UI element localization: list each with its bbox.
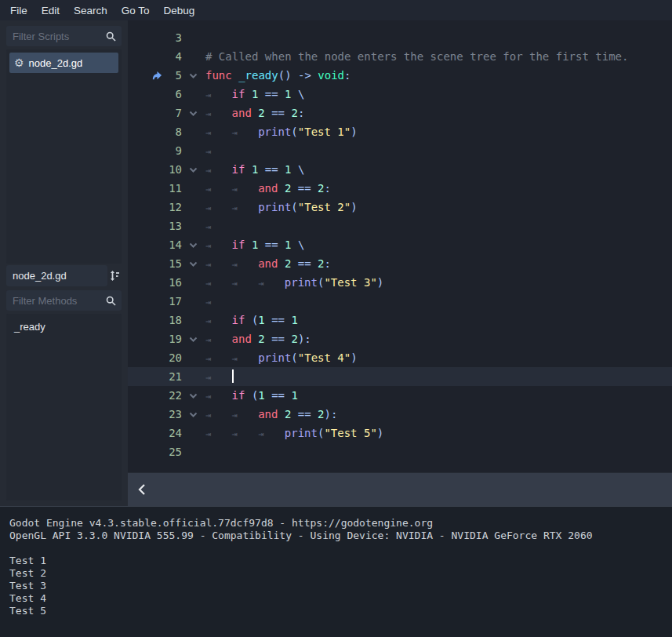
code-token: 1 (291, 314, 297, 326)
menu-file[interactable]: File (9, 3, 28, 18)
code-line[interactable]: 21⇥ (128, 367, 672, 386)
line-number[interactable]: 9 (165, 141, 182, 160)
line-number[interactable]: 25 (165, 442, 182, 461)
output-line: Test 5 (9, 605, 663, 617)
line-number[interactable]: 17 (165, 292, 182, 311)
code-line[interactable]: 7⇥and 2 == 2: (128, 104, 672, 122)
code-line[interactable]: 6⇥if 1 == 1 \ (128, 85, 672, 104)
code-line[interactable]: 4# Called when the node enters the scene… (128, 47, 672, 66)
fold-gutter (182, 179, 204, 198)
code-line[interactable]: 25 (128, 442, 672, 461)
menu-go-to[interactable]: Go To (121, 3, 151, 18)
tab-indicator-icon: ⇥ (205, 104, 232, 123)
line-number[interactable]: 16 (165, 273, 182, 292)
code-line[interactable]: 22⇥if (1 == 1 (128, 386, 672, 405)
output-panel[interactable]: Godot Engine v4.3.stable.official.77dcf9… (0, 506, 672, 637)
line-number[interactable]: 20 (165, 348, 182, 367)
line-number[interactable]: 13 (165, 217, 182, 235)
tab-indicator-icon: ⇥ (205, 349, 232, 368)
fold-gutter[interactable] (182, 66, 204, 85)
method-list-item[interactable]: _ready (9, 317, 118, 336)
code-line[interactable]: 14⇥if 1 == 1 \ (128, 235, 672, 254)
line-number[interactable]: 23 (165, 405, 182, 424)
code-line[interactable]: 23⇥⇥and 2 == 2): (128, 405, 672, 424)
fold-gutter[interactable] (182, 104, 204, 122)
fold-gutter[interactable] (182, 235, 204, 254)
text-caret (232, 369, 234, 383)
code-line[interactable]: 19⇥and 2 == 2): (128, 329, 672, 348)
code-line[interactable]: 9⇥ (128, 141, 672, 160)
code-token: if (232, 389, 252, 402)
code-line[interactable]: 12⇥⇥print("Test 2") (128, 198, 672, 217)
search-icon (106, 31, 116, 45)
override-gutter (128, 66, 165, 85)
fold-chevron-icon (189, 412, 198, 417)
line-number[interactable]: 6 (165, 85, 182, 104)
tab-indicator-icon: ⇥ (205, 86, 232, 104)
code-line[interactable]: 3 (128, 28, 672, 47)
code-line[interactable]: 16⇥⇥⇥print("Test 3") (128, 273, 672, 292)
fold-gutter[interactable] (182, 160, 204, 179)
code-line[interactable]: 17⇥ (128, 292, 672, 311)
code-token: void (318, 69, 344, 82)
code-line[interactable]: 15⇥⇥and 2 == 2: (128, 254, 672, 273)
code-token: func (205, 69, 238, 82)
filter-methods-input[interactable] (6, 290, 122, 311)
line-number[interactable]: 14 (165, 235, 182, 254)
tab-indicator-icon: ⇥ (232, 424, 259, 443)
line-number[interactable]: 19 (165, 329, 182, 348)
fold-gutter (182, 122, 204, 141)
filter-scripts-input[interactable] (6, 26, 122, 46)
line-number[interactable]: 5 (165, 66, 182, 85)
code-line[interactable]: 20⇥⇥print("Test 4") (128, 348, 672, 367)
menu-debug[interactable]: Debug (163, 3, 196, 18)
code-line[interactable]: 10⇥if 1 == 1 \ (128, 160, 672, 179)
menu-search[interactable]: Search (73, 3, 108, 18)
fold-gutter[interactable] (182, 405, 204, 424)
line-number[interactable]: 22 (165, 386, 182, 405)
code-editor[interactable]: 34# Called when the node enters the scen… (128, 20, 672, 472)
code-line[interactable]: 13⇥ (128, 217, 672, 235)
line-number[interactable]: 8 (165, 122, 182, 141)
override-gutter (128, 367, 165, 386)
sort-methods-button[interactable] (107, 265, 122, 286)
code-line[interactable]: 5func _ready() -> void: (128, 66, 672, 85)
line-number[interactable]: 11 (165, 179, 182, 198)
menubar: FileEditSearchGo ToDebug (0, 0, 672, 20)
code-token: ) (377, 276, 383, 289)
line-number[interactable]: 3 (165, 28, 182, 47)
line-number[interactable]: 21 (165, 367, 182, 386)
code-line[interactable]: 11⇥⇥and 2 == 2: (128, 179, 672, 198)
override-gutter (128, 217, 165, 235)
code-token: 1 (258, 389, 264, 402)
line-number[interactable]: 18 (165, 311, 182, 329)
fold-chevron-icon (189, 337, 198, 342)
fold-gutter[interactable] (182, 329, 204, 348)
fold-gutter[interactable] (182, 386, 204, 405)
filter-scripts-box (6, 26, 122, 46)
tab-indicator-icon: ⇥ (205, 368, 232, 387)
line-number[interactable]: 4 (165, 47, 182, 66)
tab-indicator-icon: ⇥ (205, 387, 232, 406)
line-text: ⇥⇥and 2 == 2): (204, 405, 672, 424)
tab-indicator-icon: ⇥ (205, 123, 232, 142)
code-line[interactable]: 8⇥⇥print("Test 1") (128, 122, 672, 141)
line-number[interactable]: 24 (165, 424, 182, 442)
line-number[interactable]: 10 (165, 160, 182, 179)
output-line: OpenGL API 3.3.0 NVIDIA 555.99 - Compati… (9, 530, 663, 542)
line-number[interactable]: 7 (165, 104, 182, 122)
collapse-scripts-panel-button[interactable] (134, 480, 150, 499)
code-line[interactable]: 18⇥if (1 == 1 (128, 311, 672, 329)
code-line[interactable]: 24⇥⇥⇥print("Test 5") (128, 424, 672, 442)
menu-edit[interactable]: Edit (41, 3, 60, 18)
main-split: ⚙node_2d.gd (0, 20, 672, 506)
code-token: and (258, 257, 285, 270)
line-number[interactable]: 12 (165, 198, 182, 217)
code-token: : (325, 182, 331, 195)
fold-gutter[interactable] (182, 254, 204, 273)
code-token: == (258, 88, 285, 100)
script-list-item[interactable]: ⚙node_2d.gd (9, 53, 118, 73)
line-number[interactable]: 15 (165, 254, 182, 273)
script-name-field[interactable] (6, 265, 107, 286)
fold-gutter (182, 47, 204, 66)
